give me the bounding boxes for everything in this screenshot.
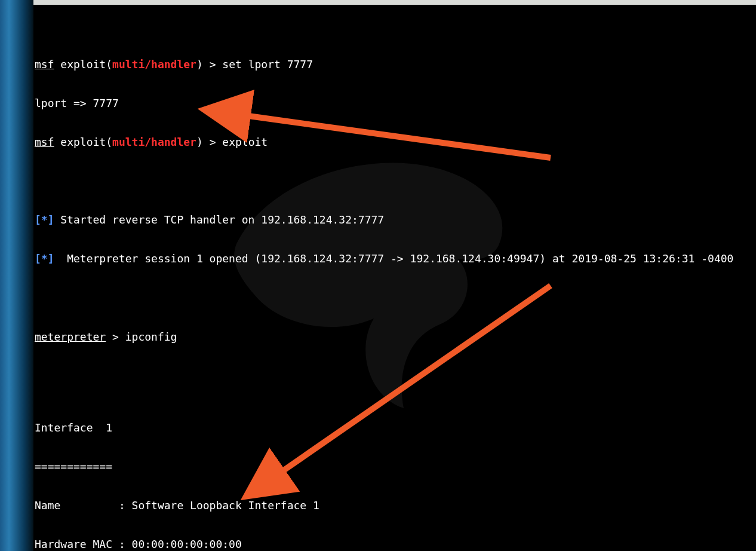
cmd-line-set-lport: msf exploit(multi/handler) > set lport 7… [35,58,756,71]
blank-line [35,175,756,188]
cmd-line-exploit: msf exploit(multi/handler) > exploit [35,136,756,149]
iface-row: Name : Software Loopback Interface 1 [35,499,756,512]
cmd-line-ipconfig: meterpreter > ipconfig [35,330,756,344]
blank-line [35,291,756,304]
status-started: [*] Started reverse TCP handler on 192.1… [35,213,756,226]
status-session: [*] Meterpreter session 1 opened (192.16… [35,252,756,265]
iface-row: Hardware MAC : 00:00:00:00:00:00 [35,538,756,551]
lport-echo: lport => 7777 [35,97,756,110]
iface-header: Interface 1 [35,421,756,434]
blank-line [35,369,756,382]
terminal-output[interactable]: msf exploit(multi/handler) > set lport 7… [33,5,756,551]
iface-sep: ============ [35,460,756,473]
